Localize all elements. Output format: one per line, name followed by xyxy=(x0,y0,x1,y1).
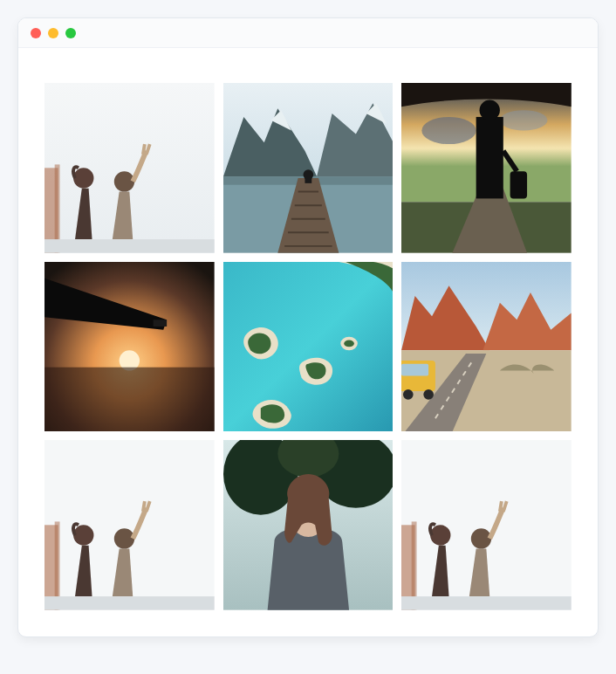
svg-rect-33 xyxy=(401,363,428,375)
svg-rect-19 xyxy=(476,117,503,198)
grid-tile[interactable] xyxy=(223,83,394,253)
portrait-trees-icon xyxy=(223,440,394,610)
traveler-sunset-icon xyxy=(401,83,572,253)
grid-tile[interactable] xyxy=(223,262,394,432)
svg-point-4 xyxy=(114,171,134,191)
svg-point-35 xyxy=(424,389,435,400)
svg-point-28 xyxy=(344,340,354,347)
image-grid xyxy=(44,83,572,610)
svg-rect-21 xyxy=(510,171,527,198)
gallery-content xyxy=(18,48,598,636)
minimize-icon[interactable] xyxy=(48,28,58,38)
svg-point-51 xyxy=(471,529,491,549)
friends-peace-icon xyxy=(401,440,572,610)
close-icon[interactable] xyxy=(31,28,41,38)
svg-point-16 xyxy=(422,117,476,144)
svg-rect-5 xyxy=(44,239,215,253)
grid-tile[interactable] xyxy=(401,440,572,610)
grid-tile[interactable] xyxy=(223,440,394,610)
svg-point-20 xyxy=(480,100,500,120)
svg-point-3 xyxy=(73,168,93,188)
maximize-icon[interactable] xyxy=(65,28,76,38)
svg-point-50 xyxy=(430,526,450,546)
lake-dock-icon xyxy=(223,83,394,253)
friends-peace-icon xyxy=(44,440,215,610)
airplane-wing-icon xyxy=(44,262,215,432)
app-window xyxy=(17,17,599,637)
aerial-islands-icon xyxy=(223,262,394,432)
grid-tile[interactable] xyxy=(401,83,572,253)
van-desert-icon xyxy=(401,262,572,432)
friends-peace-icon xyxy=(44,83,215,253)
svg-rect-25 xyxy=(44,367,215,431)
svg-point-40 xyxy=(114,529,134,549)
svg-rect-52 xyxy=(401,596,572,610)
svg-rect-41 xyxy=(44,596,215,610)
svg-rect-14 xyxy=(305,175,311,183)
grid-tile[interactable] xyxy=(401,262,572,432)
svg-point-17 xyxy=(500,110,548,130)
window-titlebar xyxy=(18,18,598,48)
svg-point-39 xyxy=(73,526,93,546)
grid-tile[interactable] xyxy=(44,83,215,253)
svg-point-34 xyxy=(403,389,414,400)
grid-tile[interactable] xyxy=(44,262,215,432)
grid-tile[interactable] xyxy=(44,440,215,610)
